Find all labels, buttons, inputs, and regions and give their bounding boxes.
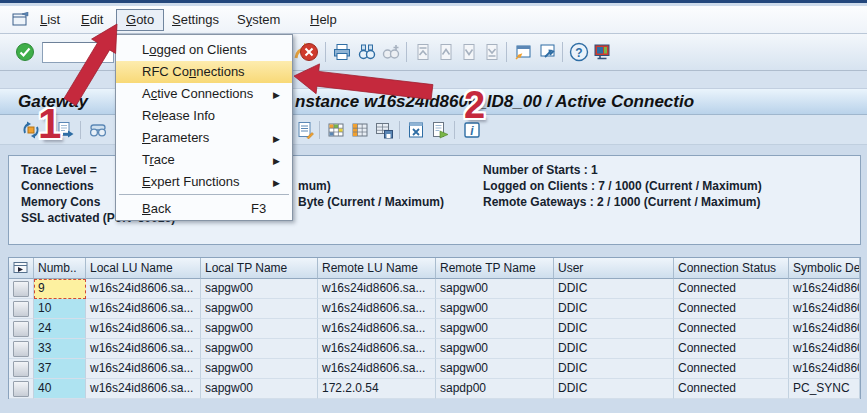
create-shortcut-button[interactable] — [537, 41, 559, 63]
row-selector[interactable] — [9, 279, 34, 299]
cell-remote-tp-name[interactable]: sapdp00 — [436, 379, 554, 399]
table-colors-button[interactable] — [325, 119, 347, 141]
menu-item-goto[interactable]: Goto — [116, 9, 164, 31]
cell-connection-status[interactable]: Connected — [674, 339, 789, 359]
menu-item-parameters[interactable]: Parameters▶ — [116, 127, 292, 149]
print-button[interactable] — [331, 41, 353, 63]
find-button[interactable] — [356, 41, 378, 63]
last-page-button[interactable] — [481, 41, 503, 63]
cell-local-lu-name[interactable]: w16s24id8606.sa... — [86, 379, 201, 399]
column-header-local-lu-name[interactable]: Local LU Name — [86, 258, 201, 279]
window-menu-icon[interactable] — [8, 12, 33, 32]
row-selector[interactable] — [9, 319, 34, 339]
cell-local-tp-name[interactable]: sapgw00 — [201, 279, 318, 299]
info-button[interactable]: i — [461, 119, 483, 141]
enter-button[interactable] — [14, 41, 36, 63]
column-header-local-tp-name[interactable]: Local TP Name — [201, 258, 318, 279]
cell-user[interactable]: DDIC — [554, 339, 674, 359]
column-header-user[interactable]: User — [554, 258, 674, 279]
cell-user[interactable]: DDIC — [554, 379, 674, 399]
menu-item-back[interactable]: BackF3 — [116, 198, 292, 220]
menu-item-rfc-connections[interactable]: RFC Connections — [116, 61, 292, 83]
cell-local-tp-name[interactable]: sapgw00 — [201, 379, 318, 399]
cell-remote-tp-name[interactable]: sapgw00 — [436, 279, 554, 299]
cancel-button[interactable] — [298, 41, 320, 63]
cell-local-tp-name[interactable]: sapgw00 — [201, 359, 318, 379]
menu-item-logged-on-clients[interactable]: Logged on Clients — [116, 39, 292, 61]
insert-column-button[interactable] — [349, 119, 371, 141]
select-all-header[interactable] — [9, 258, 34, 279]
row-selector-button[interactable] — [13, 321, 29, 337]
cell-remote-lu-name[interactable]: w16s24id8606.sa... — [318, 279, 436, 299]
cell-remote-tp-name[interactable]: sapgw00 — [436, 359, 554, 379]
cell-number[interactable]: 40 — [34, 379, 86, 399]
cell-local-tp-name[interactable]: sapgw00 — [201, 299, 318, 319]
cell-user[interactable]: DDIC — [554, 299, 674, 319]
cell-symbolic-dest[interactable]: w16s24id860 — [789, 299, 860, 319]
row-selector-button[interactable] — [13, 381, 29, 397]
cell-remote-tp-name[interactable]: sapgw00 — [436, 299, 554, 319]
cell-remote-tp-name[interactable]: sapgw00 — [436, 319, 554, 339]
cell-remote-lu-name[interactable]: w16s24id8606.sa... — [318, 339, 436, 359]
export-button[interactable] — [54, 119, 76, 141]
cell-number[interactable]: 37 — [34, 359, 86, 379]
menu-item-edit[interactable]: Edit — [77, 10, 107, 30]
cell-local-lu-name[interactable]: w16s24id8606.sa... — [86, 279, 201, 299]
cell-symbolic-dest[interactable]: w16s24id860 — [789, 319, 860, 339]
menu-item-trace[interactable]: Trace▶ — [116, 149, 292, 171]
command-field[interactable] — [42, 42, 114, 63]
cell-local-lu-name[interactable]: w16s24id8606.sa... — [86, 299, 201, 319]
cell-connection-status[interactable]: Connected — [674, 359, 789, 379]
cell-user[interactable]: DDIC — [554, 319, 674, 339]
cell-local-lu-name[interactable]: w16s24id8606.sa... — [86, 339, 201, 359]
row-selector-button[interactable] — [13, 301, 29, 317]
row-selector-button[interactable] — [13, 281, 29, 297]
document-lines-button[interactable] — [294, 119, 316, 141]
column-header-remote-lu-name[interactable]: Remote LU Name — [318, 258, 436, 279]
save-layout-button[interactable] — [373, 119, 395, 141]
row-selector[interactable] — [9, 299, 34, 319]
new-session-button[interactable] — [512, 41, 534, 63]
opera-glasses-button[interactable] — [87, 119, 109, 141]
first-page-button[interactable] — [412, 41, 434, 63]
menu-item-active-connections[interactable]: Active Connections▶ — [116, 83, 292, 105]
close-table-button[interactable] — [405, 119, 427, 141]
cell-connection-status[interactable]: Connected — [674, 319, 789, 339]
previous-page-button[interactable] — [435, 41, 457, 63]
cell-connection-status[interactable]: Connected — [674, 279, 789, 299]
cell-symbolic-dest[interactable]: w16s24id860 — [789, 339, 860, 359]
cell-number[interactable]: 24 — [34, 319, 86, 339]
cell-local-tp-name[interactable]: sapgw00 — [201, 319, 318, 339]
column-header-connection-status[interactable]: Connection Status — [674, 258, 789, 279]
menu-item-help[interactable]: Help — [306, 10, 341, 30]
customize-layout-button[interactable] — [591, 41, 613, 63]
help-button[interactable]: ? — [568, 41, 590, 63]
cell-user[interactable]: DDIC — [554, 279, 674, 299]
menu-item-settings[interactable]: Settings — [168, 10, 223, 30]
cell-symbolic-dest[interactable]: w16s24id860 — [789, 279, 860, 299]
cell-remote-lu-name[interactable]: w16s24id8606.sa... — [318, 319, 436, 339]
cell-symbolic-dest[interactable]: PC_SYNC — [789, 379, 860, 399]
cell-connection-status[interactable]: Connected — [674, 379, 789, 399]
cell-local-lu-name[interactable]: w16s24id8606.sa... — [86, 319, 201, 339]
next-page-button[interactable] — [458, 41, 480, 63]
row-selector[interactable] — [9, 359, 34, 379]
find-next-button[interactable] — [380, 41, 402, 63]
column-header-remote-tp-name[interactable]: Remote TP Name — [436, 258, 554, 279]
column-header-number[interactable]: Numb.. — [34, 258, 86, 279]
refresh-button[interactable] — [20, 119, 42, 141]
menu-item-expert-functions[interactable]: Expert Functions▶ — [116, 171, 292, 193]
cell-connection-status[interactable]: Connected — [674, 299, 789, 319]
cell-user[interactable]: DDIC — [554, 359, 674, 379]
row-selector-button[interactable] — [13, 341, 29, 357]
menu-item-release-info[interactable]: Release Info — [116, 105, 292, 127]
cell-number[interactable]: 33 — [34, 339, 86, 359]
menu-item-system[interactable]: System — [233, 10, 284, 30]
cell-remote-lu-name[interactable]: w16s24id8606.sa... — [318, 299, 436, 319]
cell-remote-lu-name[interactable]: w16s24id8606.sa... — [318, 359, 436, 379]
cell-number[interactable]: 9 — [34, 279, 86, 299]
cell-number[interactable]: 10 — [34, 299, 86, 319]
cell-remote-lu-name[interactable]: 172.2.0.54 — [318, 379, 436, 399]
cell-local-tp-name[interactable]: sapgw00 — [201, 339, 318, 359]
column-header-symbolic-dest[interactable]: Symbolic Des — [789, 258, 860, 279]
